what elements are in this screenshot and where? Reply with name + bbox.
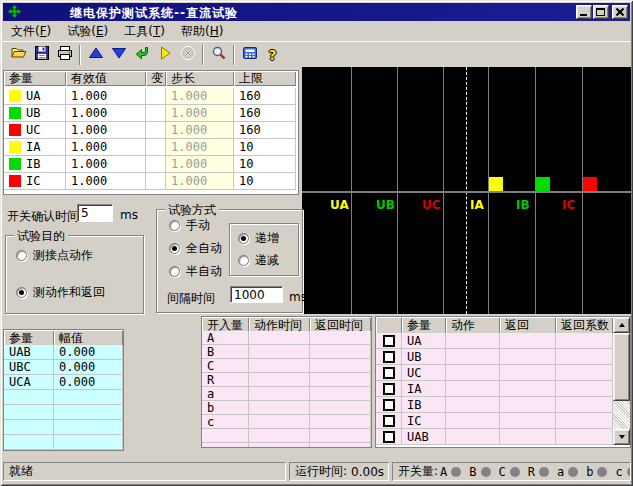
- close-button[interactable]: [612, 5, 628, 19]
- coef-cell[interactable]: [556, 333, 613, 349]
- radio-icon[interactable]: [169, 266, 180, 277]
- result-name-cell[interactable]: IA: [402, 381, 446, 397]
- input-name-cell[interactable]: R: [202, 373, 249, 387]
- param-name-cell[interactable]: IB: [4, 156, 66, 173]
- checkbox-icon[interactable]: [383, 399, 395, 411]
- checkbox-cell[interactable]: [376, 381, 402, 397]
- save-button[interactable]: [30, 44, 53, 66]
- param-step-cell[interactable]: 1.000: [166, 173, 234, 190]
- checkbox-cell[interactable]: [376, 333, 402, 349]
- result-name-cell[interactable]: UC: [402, 365, 446, 381]
- amp-value-cell[interactable]: 0.000: [54, 375, 123, 390]
- scroll-up-button[interactable]: [613, 317, 630, 333]
- param-value-cell[interactable]: 1.000: [66, 122, 146, 139]
- param-value-cell[interactable]: 1.000: [66, 88, 146, 105]
- checkbox-cell[interactable]: [376, 397, 402, 413]
- result-name-cell[interactable]: UB: [402, 349, 446, 365]
- checkbox-cell[interactable]: [376, 413, 402, 429]
- menu-file[interactable]: 文件(F): [3, 21, 59, 42]
- return-time-cell[interactable]: [310, 331, 371, 345]
- checkbox-cell[interactable]: [376, 429, 402, 445]
- input-name-cell[interactable]: a: [202, 387, 249, 401]
- action-time-cell[interactable]: [249, 415, 310, 429]
- action-time-cell[interactable]: [249, 331, 310, 345]
- param-step-cell[interactable]: 1.000: [166, 88, 234, 105]
- checkbox-icon[interactable]: [383, 351, 395, 363]
- action-time-cell[interactable]: [249, 345, 310, 359]
- menu-help[interactable]: 帮助(H): [173, 21, 231, 42]
- param-vary-cell[interactable]: [146, 139, 166, 156]
- input-name-cell[interactable]: B: [202, 345, 249, 359]
- param-limit-cell[interactable]: 10: [234, 156, 296, 173]
- param-name-cell[interactable]: IA: [4, 139, 66, 156]
- coef-cell[interactable]: [556, 413, 613, 429]
- coef-cell[interactable]: [556, 429, 613, 445]
- result-name-cell[interactable]: IB: [402, 397, 446, 413]
- option-increment[interactable]: 递增: [238, 230, 279, 247]
- move-down-button[interactable]: [107, 44, 130, 66]
- checkbox-cell[interactable]: [376, 349, 402, 365]
- param-name-cell[interactable]: UB: [4, 105, 66, 122]
- return-cell[interactable]: [500, 397, 556, 413]
- checkbox-icon[interactable]: [383, 367, 395, 379]
- return-time-cell[interactable]: [310, 415, 371, 429]
- vertical-scrollbar[interactable]: [613, 317, 630, 445]
- checkbox-cell[interactable]: [376, 365, 402, 381]
- return-cell[interactable]: [500, 429, 556, 445]
- return-time-cell[interactable]: [310, 387, 371, 401]
- move-up-button[interactable]: [84, 44, 107, 66]
- action-cell[interactable]: [446, 365, 500, 381]
- run-button[interactable]: [153, 44, 176, 66]
- input-name-cell[interactable]: A: [202, 331, 249, 345]
- option-contact-action[interactable]: 测接点动作: [16, 247, 93, 264]
- coef-cell[interactable]: [556, 349, 613, 365]
- param-step-cell[interactable]: 1.000: [166, 105, 234, 122]
- radio-icon[interactable]: [238, 233, 249, 244]
- action-cell[interactable]: [446, 381, 500, 397]
- menu-test[interactable]: 试验(E): [59, 21, 116, 42]
- calculator-button[interactable]: [238, 44, 261, 66]
- help-button[interactable]: ?: [261, 44, 284, 66]
- option-decrement[interactable]: 递减: [238, 252, 279, 269]
- param-vary-cell[interactable]: [146, 122, 166, 139]
- action-time-cell[interactable]: [249, 387, 310, 401]
- param-limit-cell[interactable]: 160: [234, 105, 296, 122]
- result-name-cell[interactable]: IC: [402, 413, 446, 429]
- amp-name-cell[interactable]: UCA: [4, 375, 54, 390]
- param-limit-cell[interactable]: 160: [234, 88, 296, 105]
- maximize-button[interactable]: [593, 5, 609, 19]
- return-time-cell[interactable]: [310, 401, 371, 415]
- input-name-cell[interactable]: b: [202, 401, 249, 415]
- radio-icon[interactable]: [169, 243, 180, 254]
- return-cell[interactable]: [500, 365, 556, 381]
- result-name-cell[interactable]: UAB: [402, 429, 446, 445]
- return-cell[interactable]: [500, 413, 556, 429]
- param-name-cell[interactable]: UC: [4, 122, 66, 139]
- print-button[interactable]: [53, 44, 76, 66]
- input-name-cell[interactable]: c: [202, 415, 249, 429]
- action-time-cell[interactable]: [249, 401, 310, 415]
- coef-cell[interactable]: [556, 381, 613, 397]
- param-value-cell[interactable]: 1.000: [66, 173, 146, 190]
- action-time-cell[interactable]: [249, 373, 310, 387]
- param-step-cell[interactable]: 1.000: [166, 156, 234, 173]
- coef-cell[interactable]: [556, 397, 613, 413]
- param-value-cell[interactable]: 1.000: [66, 105, 146, 122]
- param-name-cell[interactable]: UA: [4, 88, 66, 105]
- param-vary-cell[interactable]: [146, 156, 166, 173]
- action-cell[interactable]: [446, 397, 500, 413]
- param-vary-cell[interactable]: [146, 88, 166, 105]
- scroll-down-button[interactable]: [613, 429, 630, 445]
- param-limit-cell[interactable]: 160: [234, 122, 296, 139]
- open-file-button[interactable]: [7, 44, 30, 66]
- radio-icon[interactable]: [169, 220, 180, 231]
- return-time-cell[interactable]: [310, 345, 371, 359]
- param-step-cell[interactable]: 1.000: [166, 122, 234, 139]
- checkbox-icon[interactable]: [383, 431, 395, 443]
- checkbox-icon[interactable]: [383, 383, 395, 395]
- amp-name-cell[interactable]: UAB: [4, 345, 54, 360]
- zoom-button[interactable]: [207, 44, 230, 66]
- radio-icon[interactable]: [16, 287, 27, 298]
- return-time-cell[interactable]: [310, 373, 371, 387]
- action-time-cell[interactable]: [249, 359, 310, 373]
